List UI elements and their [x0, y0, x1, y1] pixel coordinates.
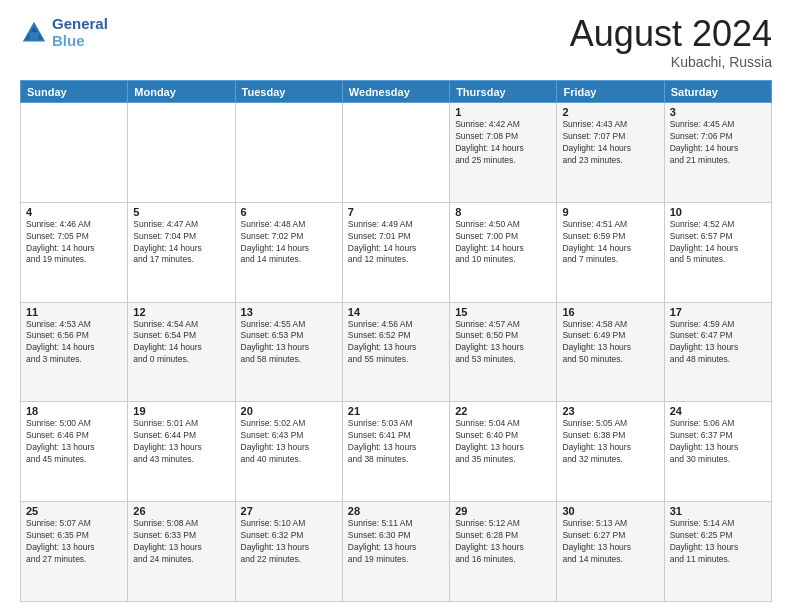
calendar-cell: 18Sunrise: 5:00 AM Sunset: 6:46 PM Dayli… [21, 402, 128, 502]
day-info: Sunrise: 4:45 AM Sunset: 7:06 PM Dayligh… [670, 119, 766, 167]
calendar-cell: 20Sunrise: 5:02 AM Sunset: 6:43 PM Dayli… [235, 402, 342, 502]
logo: General Blue [20, 16, 108, 49]
day-info: Sunrise: 5:14 AM Sunset: 6:25 PM Dayligh… [670, 518, 766, 566]
day-number: 17 [670, 306, 766, 318]
logo-icon [20, 19, 48, 47]
calendar-cell: 3Sunrise: 4:45 AM Sunset: 7:06 PM Daylig… [664, 103, 771, 203]
calendar-cell: 10Sunrise: 4:52 AM Sunset: 6:57 PM Dayli… [664, 202, 771, 302]
calendar-cell: 1Sunrise: 4:42 AM Sunset: 7:08 PM Daylig… [450, 103, 557, 203]
header: General Blue August 2024 Kubachi, Russia [20, 16, 772, 70]
calendar-cell: 19Sunrise: 5:01 AM Sunset: 6:44 PM Dayli… [128, 402, 235, 502]
calendar-cell: 25Sunrise: 5:07 AM Sunset: 6:35 PM Dayli… [21, 502, 128, 602]
day-number: 8 [455, 206, 551, 218]
calendar-cell: 9Sunrise: 4:51 AM Sunset: 6:59 PM Daylig… [557, 202, 664, 302]
day-number: 19 [133, 405, 229, 417]
day-info: Sunrise: 5:02 AM Sunset: 6:43 PM Dayligh… [241, 418, 337, 466]
calendar-cell: 5Sunrise: 4:47 AM Sunset: 7:04 PM Daylig… [128, 202, 235, 302]
day-number: 6 [241, 206, 337, 218]
day-number: 9 [562, 206, 658, 218]
day-number: 14 [348, 306, 444, 318]
day-info: Sunrise: 4:55 AM Sunset: 6:53 PM Dayligh… [241, 319, 337, 367]
day-info: Sunrise: 5:10 AM Sunset: 6:32 PM Dayligh… [241, 518, 337, 566]
calendar-cell [21, 103, 128, 203]
calendar-cell [342, 103, 449, 203]
day-info: Sunrise: 5:01 AM Sunset: 6:44 PM Dayligh… [133, 418, 229, 466]
calendar-week-1: 1Sunrise: 4:42 AM Sunset: 7:08 PM Daylig… [21, 103, 772, 203]
day-number: 26 [133, 505, 229, 517]
calendar-cell [235, 103, 342, 203]
day-info: Sunrise: 5:13 AM Sunset: 6:27 PM Dayligh… [562, 518, 658, 566]
logo-text: General Blue [52, 16, 108, 49]
col-sunday: Sunday [21, 81, 128, 103]
month-title: August 2024 [570, 16, 772, 52]
day-number: 16 [562, 306, 658, 318]
day-info: Sunrise: 4:56 AM Sunset: 6:52 PM Dayligh… [348, 319, 444, 367]
day-number: 4 [26, 206, 122, 218]
calendar-cell: 29Sunrise: 5:12 AM Sunset: 6:28 PM Dayli… [450, 502, 557, 602]
day-info: Sunrise: 5:07 AM Sunset: 6:35 PM Dayligh… [26, 518, 122, 566]
calendar-cell: 31Sunrise: 5:14 AM Sunset: 6:25 PM Dayli… [664, 502, 771, 602]
day-number: 24 [670, 405, 766, 417]
day-number: 2 [562, 106, 658, 118]
day-number: 28 [348, 505, 444, 517]
day-number: 27 [241, 505, 337, 517]
day-info: Sunrise: 4:43 AM Sunset: 7:07 PM Dayligh… [562, 119, 658, 167]
title-block: August 2024 Kubachi, Russia [570, 16, 772, 70]
calendar-cell: 14Sunrise: 4:56 AM Sunset: 6:52 PM Dayli… [342, 302, 449, 402]
calendar-cell: 16Sunrise: 4:58 AM Sunset: 6:49 PM Dayli… [557, 302, 664, 402]
page: General Blue August 2024 Kubachi, Russia… [0, 0, 792, 612]
calendar-cell: 26Sunrise: 5:08 AM Sunset: 6:33 PM Dayli… [128, 502, 235, 602]
day-info: Sunrise: 4:49 AM Sunset: 7:01 PM Dayligh… [348, 219, 444, 267]
day-info: Sunrise: 5:06 AM Sunset: 6:37 PM Dayligh… [670, 418, 766, 466]
day-number: 3 [670, 106, 766, 118]
calendar-week-3: 11Sunrise: 4:53 AM Sunset: 6:56 PM Dayli… [21, 302, 772, 402]
col-friday: Friday [557, 81, 664, 103]
calendar-cell: 11Sunrise: 4:53 AM Sunset: 6:56 PM Dayli… [21, 302, 128, 402]
calendar-cell: 17Sunrise: 4:59 AM Sunset: 6:47 PM Dayli… [664, 302, 771, 402]
calendar-table: Sunday Monday Tuesday Wednesday Thursday… [20, 80, 772, 602]
day-info: Sunrise: 5:11 AM Sunset: 6:30 PM Dayligh… [348, 518, 444, 566]
location: Kubachi, Russia [570, 54, 772, 70]
calendar-header-row: Sunday Monday Tuesday Wednesday Thursday… [21, 81, 772, 103]
calendar-cell: 8Sunrise: 4:50 AM Sunset: 7:00 PM Daylig… [450, 202, 557, 302]
day-number: 15 [455, 306, 551, 318]
calendar-cell: 15Sunrise: 4:57 AM Sunset: 6:50 PM Dayli… [450, 302, 557, 402]
day-number: 31 [670, 505, 766, 517]
col-thursday: Thursday [450, 81, 557, 103]
calendar-cell: 27Sunrise: 5:10 AM Sunset: 6:32 PM Dayli… [235, 502, 342, 602]
calendar-cell: 7Sunrise: 4:49 AM Sunset: 7:01 PM Daylig… [342, 202, 449, 302]
calendar-cell: 23Sunrise: 5:05 AM Sunset: 6:38 PM Dayli… [557, 402, 664, 502]
day-info: Sunrise: 4:47 AM Sunset: 7:04 PM Dayligh… [133, 219, 229, 267]
calendar-cell: 24Sunrise: 5:06 AM Sunset: 6:37 PM Dayli… [664, 402, 771, 502]
day-number: 22 [455, 405, 551, 417]
day-number: 11 [26, 306, 122, 318]
day-number: 30 [562, 505, 658, 517]
calendar-cell [128, 103, 235, 203]
day-info: Sunrise: 5:00 AM Sunset: 6:46 PM Dayligh… [26, 418, 122, 466]
calendar-week-4: 18Sunrise: 5:00 AM Sunset: 6:46 PM Dayli… [21, 402, 772, 502]
day-info: Sunrise: 5:05 AM Sunset: 6:38 PM Dayligh… [562, 418, 658, 466]
col-monday: Monday [128, 81, 235, 103]
day-info: Sunrise: 5:08 AM Sunset: 6:33 PM Dayligh… [133, 518, 229, 566]
day-number: 23 [562, 405, 658, 417]
calendar-cell: 6Sunrise: 4:48 AM Sunset: 7:02 PM Daylig… [235, 202, 342, 302]
day-info: Sunrise: 4:57 AM Sunset: 6:50 PM Dayligh… [455, 319, 551, 367]
day-info: Sunrise: 4:48 AM Sunset: 7:02 PM Dayligh… [241, 219, 337, 267]
calendar-cell: 21Sunrise: 5:03 AM Sunset: 6:41 PM Dayli… [342, 402, 449, 502]
day-info: Sunrise: 4:46 AM Sunset: 7:05 PM Dayligh… [26, 219, 122, 267]
day-info: Sunrise: 4:54 AM Sunset: 6:54 PM Dayligh… [133, 319, 229, 367]
day-number: 29 [455, 505, 551, 517]
day-info: Sunrise: 5:04 AM Sunset: 6:40 PM Dayligh… [455, 418, 551, 466]
day-number: 5 [133, 206, 229, 218]
day-info: Sunrise: 4:58 AM Sunset: 6:49 PM Dayligh… [562, 319, 658, 367]
calendar-cell: 12Sunrise: 4:54 AM Sunset: 6:54 PM Dayli… [128, 302, 235, 402]
col-wednesday: Wednesday [342, 81, 449, 103]
day-number: 10 [670, 206, 766, 218]
day-number: 25 [26, 505, 122, 517]
day-number: 7 [348, 206, 444, 218]
day-number: 1 [455, 106, 551, 118]
day-info: Sunrise: 4:50 AM Sunset: 7:00 PM Dayligh… [455, 219, 551, 267]
calendar-cell: 13Sunrise: 4:55 AM Sunset: 6:53 PM Dayli… [235, 302, 342, 402]
calendar-cell: 4Sunrise: 4:46 AM Sunset: 7:05 PM Daylig… [21, 202, 128, 302]
calendar-week-5: 25Sunrise: 5:07 AM Sunset: 6:35 PM Dayli… [21, 502, 772, 602]
